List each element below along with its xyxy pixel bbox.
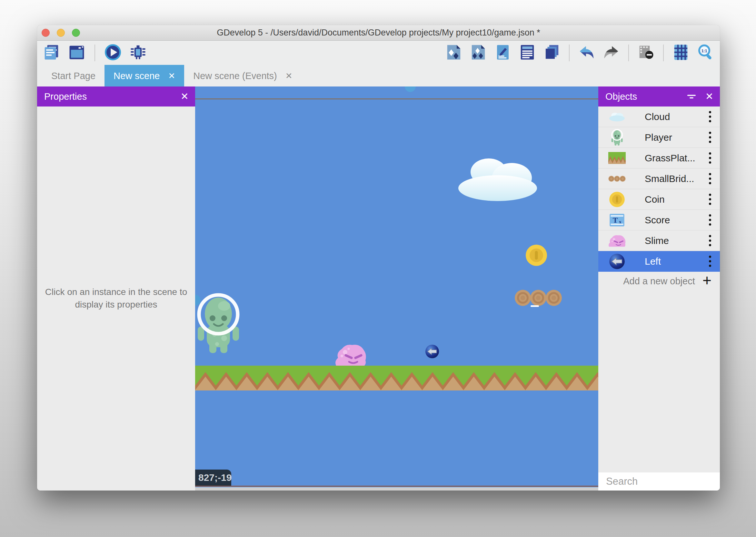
window-mask-button[interactable]	[637, 44, 655, 62]
object-label: GrassPlat...	[627, 153, 704, 164]
object-menu-icon[interactable]	[704, 131, 715, 144]
object-menu-icon[interactable]	[704, 213, 715, 227]
tab-label: Start Page	[51, 71, 95, 81]
object-row-left[interactable]: Left	[598, 251, 720, 272]
minimize-window-button[interactable]	[57, 29, 65, 37]
redo-button[interactable]	[602, 44, 621, 62]
project-manager-button[interactable]	[42, 44, 61, 62]
tab-new-scene[interactable]: New scene✕	[104, 65, 184, 87]
selection-handle[interactable]	[405, 87, 416, 92]
instance-grass-platform[interactable]	[195, 366, 598, 391]
grid-button[interactable]	[671, 44, 690, 62]
debug-button[interactable]	[129, 44, 147, 62]
object-menu-icon[interactable]	[704, 110, 715, 124]
svg-text:1:1: 1:1	[701, 49, 707, 53]
traffic-lights	[42, 25, 80, 40]
player-icon	[607, 129, 627, 146]
tab-bar: Start PageNew scene✕New scene (Events)✕	[37, 65, 720, 87]
object-menu-icon[interactable]	[704, 172, 715, 186]
objects-search-bar	[598, 473, 720, 490]
toolbar-left-group	[42, 44, 147, 62]
small-bridge-icon	[607, 170, 627, 187]
filter-icon[interactable]	[686, 91, 697, 102]
add-object-label: Add a new object	[623, 276, 695, 287]
object-row-coin[interactable]: Coin	[598, 189, 720, 210]
instance-small-bridge[interactable]	[514, 289, 562, 307]
object-row-smallbrid[interactable]: SmallBrid...	[598, 168, 720, 189]
toolbar-right-group: 1:1	[444, 44, 715, 62]
object-groups-icon	[470, 44, 487, 62]
object-menu-icon[interactable]	[704, 193, 715, 206]
instance-player[interactable]	[196, 293, 241, 354]
properties-empty-message: Click on an instance in the scene to dis…	[43, 286, 189, 311]
toolbar-separator	[94, 45, 95, 61]
tab-close-icon[interactable]: ✕	[285, 71, 292, 81]
objects-search-input[interactable]	[605, 475, 720, 488]
instances-list-button[interactable]	[518, 44, 537, 62]
object-row-cloud[interactable]: Cloud	[598, 106, 720, 127]
instance-marker	[531, 305, 539, 307]
object-row-grassplat[interactable]: GrassPlat...	[598, 148, 720, 168]
scene-bottom-border	[195, 486, 598, 487]
instance-coin[interactable]	[525, 244, 548, 267]
properties-panel-body: Click on an instance in the scene to dis…	[37, 106, 195, 490]
toolbar-separator	[628, 45, 629, 61]
object-label: Slime	[627, 235, 704, 246]
window-mask-icon	[637, 44, 655, 62]
close-icon[interactable]: ✕	[181, 92, 189, 101]
object-row-score[interactable]: TxScore	[598, 210, 720, 230]
properties-panel-title: Properties	[44, 91, 181, 102]
layers-button[interactable]	[543, 44, 561, 62]
object-row-player[interactable]: Player	[598, 127, 720, 148]
zoom-original-button[interactable]: 1:1	[696, 44, 715, 62]
undo-icon	[578, 44, 595, 62]
instance-left-ball[interactable]	[425, 344, 439, 359]
tab-close-icon[interactable]: ✕	[169, 71, 175, 81]
objects-editor-button[interactable]	[444, 44, 463, 62]
object-groups-button[interactable]	[469, 44, 488, 62]
cursor-coordinates-badge: 827;-19	[195, 470, 231, 486]
undo-button[interactable]	[577, 44, 596, 62]
title-bar: GDevelop 5 - /Users/david/Documents/GDev…	[37, 25, 720, 41]
scene-canvas[interactable]: 827;-19	[195, 87, 598, 487]
close-icon[interactable]: ✕	[705, 92, 713, 101]
toolbar-separator	[663, 45, 664, 61]
instances-list-icon	[519, 44, 536, 62]
object-label: Cloud	[627, 111, 704, 122]
toolbar: 1:1	[37, 41, 720, 65]
grid-icon	[672, 44, 690, 62]
properties-panel: Properties ✕ Click on an instance in the…	[37, 87, 195, 490]
zoom-window-button[interactable]	[72, 29, 80, 37]
object-label: Score	[627, 215, 704, 226]
add-object-row[interactable]: Add a new object +	[598, 272, 720, 290]
object-row-slime[interactable]: Slime	[598, 230, 720, 251]
debug-icon	[129, 44, 147, 62]
zoom-original-icon: 1:1	[697, 44, 714, 62]
svg-text:T: T	[613, 216, 618, 224]
object-menu-icon[interactable]	[704, 255, 715, 268]
window-title: GDevelop 5 - /Users/david/Documents/GDev…	[217, 28, 540, 38]
objects-editor-icon	[445, 44, 463, 62]
scene-properties-button[interactable]	[493, 44, 512, 62]
score-icon: Tx	[607, 211, 627, 229]
object-label: SmallBrid...	[627, 173, 704, 184]
objects-panel-header: Objects ✕	[598, 87, 720, 106]
svg-text:x: x	[619, 219, 622, 224]
instance-slime[interactable]	[335, 343, 366, 366]
left-icon	[607, 253, 627, 270]
play-button[interactable]	[103, 44, 122, 62]
close-window-button[interactable]	[42, 29, 50, 37]
tab-start-page[interactable]: Start Page	[42, 65, 104, 87]
plus-icon[interactable]: +	[702, 273, 711, 288]
object-menu-icon[interactable]	[704, 151, 715, 165]
object-label: Player	[627, 132, 704, 143]
slime-icon	[607, 232, 627, 249]
instance-cloud[interactable]	[456, 156, 540, 202]
object-menu-icon[interactable]	[704, 234, 715, 248]
redo-icon	[602, 44, 620, 62]
tab-new-scene-events[interactable]: New scene (Events)✕	[184, 65, 301, 87]
scene-editor-column: 827;-19	[195, 87, 598, 490]
tab-label: New scene	[114, 71, 160, 81]
play-icon	[104, 44, 122, 62]
scene-window-button[interactable]	[67, 44, 86, 62]
